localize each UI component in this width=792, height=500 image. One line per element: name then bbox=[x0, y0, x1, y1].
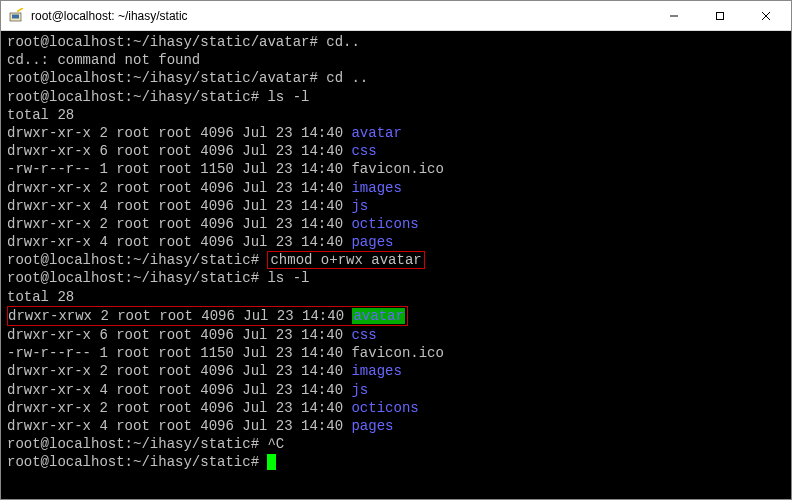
cmd-cd-up: cd .. bbox=[326, 70, 368, 86]
cmd-cd-nospace: cd.. bbox=[326, 34, 360, 50]
listing-row: drwxr-xr-x 4 root root 4096 Jul 23 14:40… bbox=[7, 381, 768, 399]
putty-window: root@localhost: ~/ihasy/static root@loca… bbox=[0, 0, 792, 500]
prompt-line: root@localhost:~/ihasy/static# ls -l bbox=[7, 88, 768, 106]
prompt-line: root@localhost:~/ihasy/static# ^C bbox=[7, 435, 768, 453]
total-line: total 28 bbox=[7, 288, 768, 306]
window-title: root@localhost: ~/ihasy/static bbox=[31, 9, 651, 23]
minimize-button[interactable] bbox=[651, 1, 697, 30]
dir-name-highlight: avatar bbox=[352, 308, 404, 324]
listing-row: drwxr-xr-x 6 root root 4096 Jul 23 14:40… bbox=[7, 142, 768, 160]
error-line: cd..: command not found bbox=[7, 51, 768, 69]
listing-row: drwxr-xr-x 2 root root 4096 Jul 23 14:40… bbox=[7, 399, 768, 417]
svg-rect-1 bbox=[12, 14, 19, 18]
shell-prompt: root@localhost:~/ihasy/static/avatar# bbox=[7, 34, 318, 50]
prompt-line: root@localhost:~/ihasy/static# chmod o+r… bbox=[7, 251, 768, 269]
svg-point-3 bbox=[17, 10, 19, 12]
dir-name: pages bbox=[351, 234, 393, 250]
total-line: total 28 bbox=[7, 106, 768, 124]
shell-prompt: root@localhost:~/ihasy/static/avatar# bbox=[7, 70, 318, 86]
scrollbar-track[interactable] bbox=[774, 31, 791, 499]
dir-name: octicons bbox=[351, 400, 418, 416]
prompt-line: root@localhost:~/ihasy/static# bbox=[7, 453, 768, 471]
shell-prompt: root@localhost:~/ihasy/static# bbox=[7, 270, 259, 286]
listing-row: drwxr-xr-x 2 root root 4096 Jul 23 14:40… bbox=[7, 215, 768, 233]
window-controls bbox=[651, 1, 789, 30]
listing-row: drwxr-xr-x 4 root root 4096 Jul 23 14:40… bbox=[7, 197, 768, 215]
listing-row: -rw-r--r-- 1 root root 1150 Jul 23 14:40… bbox=[7, 344, 768, 362]
listing-row: drwxr-xr-x 2 root root 4096 Jul 23 14:40… bbox=[7, 124, 768, 142]
prompt-line: root@localhost:~/ihasy/static/avatar# cd… bbox=[7, 69, 768, 87]
cmd-ls-l: ls -l bbox=[267, 270, 309, 286]
dir-name: css bbox=[351, 327, 376, 343]
terminal[interactable]: root@localhost:~/ihasy/static/avatar# cd… bbox=[1, 31, 774, 499]
prompt-line: root@localhost:~/ihasy/static# ls -l bbox=[7, 269, 768, 287]
dir-name: octicons bbox=[351, 216, 418, 232]
listing-row: drwxr-xr-x 6 root root 4096 Jul 23 14:40… bbox=[7, 326, 768, 344]
cursor bbox=[267, 454, 276, 470]
listing-row: drwxr-xr-x 2 root root 4096 Jul 23 14:40… bbox=[7, 362, 768, 380]
shell-prompt: root@localhost:~/ihasy/static# bbox=[7, 436, 259, 452]
dir-name: images bbox=[351, 180, 401, 196]
cmd-ls-l: ls -l bbox=[267, 89, 309, 105]
dir-name: pages bbox=[351, 418, 393, 434]
shell-prompt: root@localhost:~/ihasy/static# bbox=[7, 454, 259, 470]
dir-name: images bbox=[351, 363, 401, 379]
cmd-chmod: chmod o+rwx avatar bbox=[270, 252, 421, 268]
listing-row: drwxr-xr-x 4 root root 4096 Jul 23 14:40… bbox=[7, 233, 768, 251]
shell-prompt: root@localhost:~/ihasy/static# bbox=[7, 252, 259, 268]
file-name: favicon.ico bbox=[351, 345, 443, 361]
listing-row: drwxr-xrwx 2 root root 4096 Jul 23 14:40… bbox=[7, 306, 768, 326]
listing-row: drwxr-xr-x 2 root root 4096 Jul 23 14:40… bbox=[7, 179, 768, 197]
close-button[interactable] bbox=[743, 1, 789, 30]
svg-rect-5 bbox=[717, 12, 724, 19]
listing-row: drwxr-xr-x 4 root root 4096 Jul 23 14:40… bbox=[7, 417, 768, 435]
file-name: favicon.ico bbox=[351, 161, 443, 177]
putty-icon bbox=[9, 8, 25, 24]
dir-name: css bbox=[351, 143, 376, 159]
maximize-button[interactable] bbox=[697, 1, 743, 30]
dir-name: avatar bbox=[351, 125, 401, 141]
prompt-line: root@localhost:~/ihasy/static/avatar# cd… bbox=[7, 33, 768, 51]
shell-prompt: root@localhost:~/ihasy/static# bbox=[7, 89, 259, 105]
dir-name: js bbox=[351, 198, 368, 214]
titlebar[interactable]: root@localhost: ~/ihasy/static bbox=[1, 1, 791, 31]
cmd-ctrlc: ^C bbox=[267, 436, 284, 452]
listing-row: -rw-r--r-- 1 root root 1150 Jul 23 14:40… bbox=[7, 160, 768, 178]
dir-name: js bbox=[351, 382, 368, 398]
